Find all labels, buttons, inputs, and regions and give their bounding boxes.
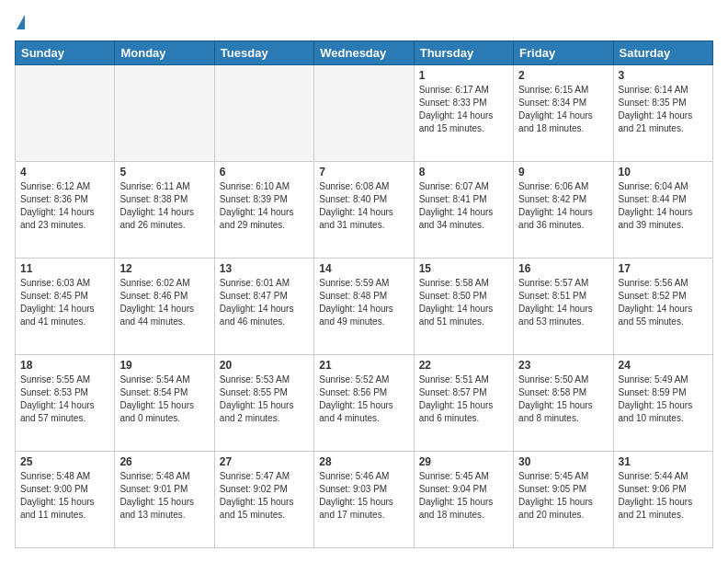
day-info: Sunrise: 5:47 AM Sunset: 9:02 PM Dayligh… xyxy=(220,470,309,522)
day-info: Sunrise: 6:06 AM Sunset: 8:42 PM Dayligh… xyxy=(518,180,608,232)
day-info: Sunrise: 5:55 AM Sunset: 8:53 PM Dayligh… xyxy=(20,373,109,425)
calendar-cell: 2Sunrise: 6:15 AM Sunset: 8:34 PM Daylig… xyxy=(514,65,613,162)
day-info: Sunrise: 5:50 AM Sunset: 8:58 PM Dayligh… xyxy=(518,373,608,425)
day-info: Sunrise: 6:17 AM Sunset: 8:33 PM Dayligh… xyxy=(419,84,508,135)
calendar-cell: 10Sunrise: 6:04 AM Sunset: 8:44 PM Dayli… xyxy=(613,162,712,259)
day-number: 24 xyxy=(619,359,708,372)
day-number: 28 xyxy=(319,455,408,468)
calendar-cell: 7Sunrise: 6:08 AM Sunset: 8:40 PM Daylig… xyxy=(314,162,414,259)
day-info: Sunrise: 5:54 AM Sunset: 8:54 PM Dayligh… xyxy=(119,373,209,425)
calendar-cell: 22Sunrise: 5:51 AM Sunset: 8:57 PM Dayli… xyxy=(414,355,513,452)
day-number: 8 xyxy=(419,166,508,178)
day-info: Sunrise: 6:15 AM Sunset: 8:34 PM Dayligh… xyxy=(518,84,608,135)
calendar-header-row: SundayMondayTuesdayWednesdayThursdayFrid… xyxy=(16,41,713,65)
calendar-cell: 3Sunrise: 6:14 AM Sunset: 8:35 PM Daylig… xyxy=(613,65,712,162)
day-number: 27 xyxy=(220,455,309,468)
day-info: Sunrise: 5:57 AM Sunset: 8:51 PM Dayligh… xyxy=(518,277,608,328)
day-number: 17 xyxy=(619,262,708,275)
day-info: Sunrise: 5:52 AM Sunset: 8:56 PM Dayligh… xyxy=(319,373,408,425)
day-info: Sunrise: 5:59 AM Sunset: 8:48 PM Dayligh… xyxy=(319,277,408,328)
day-info: Sunrise: 6:04 AM Sunset: 8:44 PM Dayligh… xyxy=(619,180,708,232)
day-number: 5 xyxy=(119,166,209,178)
day-number: 26 xyxy=(119,455,209,468)
day-number: 1 xyxy=(419,69,508,82)
day-number: 4 xyxy=(20,166,109,178)
day-number: 10 xyxy=(619,166,708,178)
calendar-cell: 21Sunrise: 5:52 AM Sunset: 8:56 PM Dayli… xyxy=(314,355,414,452)
week-row-4: 18Sunrise: 5:55 AM Sunset: 8:53 PM Dayli… xyxy=(16,355,713,452)
day-header-saturday: Saturday xyxy=(613,41,712,65)
calendar-cell: 30Sunrise: 5:45 AM Sunset: 9:05 PM Dayli… xyxy=(514,452,613,548)
day-info: Sunrise: 6:01 AM Sunset: 8:47 PM Dayligh… xyxy=(220,277,309,328)
day-number: 25 xyxy=(20,455,109,468)
calendar-cell: 12Sunrise: 6:02 AM Sunset: 8:46 PM Dayli… xyxy=(115,259,214,355)
calendar-cell: 20Sunrise: 5:53 AM Sunset: 8:55 PM Dayli… xyxy=(214,355,313,452)
day-info: Sunrise: 6:08 AM Sunset: 8:40 PM Dayligh… xyxy=(319,180,408,232)
calendar-cell: 18Sunrise: 5:55 AM Sunset: 8:53 PM Dayli… xyxy=(16,355,115,452)
day-info: Sunrise: 5:44 AM Sunset: 9:06 PM Dayligh… xyxy=(619,470,708,522)
day-info: Sunrise: 6:12 AM Sunset: 8:36 PM Dayligh… xyxy=(20,180,109,232)
day-number: 19 xyxy=(119,359,209,372)
day-info: Sunrise: 6:11 AM Sunset: 8:38 PM Dayligh… xyxy=(119,180,209,232)
calendar-cell: 26Sunrise: 5:48 AM Sunset: 9:01 PM Dayli… xyxy=(115,452,214,548)
day-number: 23 xyxy=(518,359,608,372)
calendar-cell: 4Sunrise: 6:12 AM Sunset: 8:36 PM Daylig… xyxy=(16,162,115,259)
calendar-cell: 31Sunrise: 5:44 AM Sunset: 9:06 PM Dayli… xyxy=(613,452,712,548)
day-info: Sunrise: 5:45 AM Sunset: 9:04 PM Dayligh… xyxy=(419,470,508,522)
calendar-cell: 23Sunrise: 5:50 AM Sunset: 8:58 PM Dayli… xyxy=(514,355,613,452)
calendar-cell: 28Sunrise: 5:46 AM Sunset: 9:03 PM Dayli… xyxy=(314,452,414,548)
calendar-cell xyxy=(314,65,414,162)
logo xyxy=(15,15,25,31)
calendar-cell: 15Sunrise: 5:58 AM Sunset: 8:50 PM Dayli… xyxy=(414,259,513,355)
calendar-cell xyxy=(214,65,313,162)
day-number: 11 xyxy=(20,262,109,275)
day-number: 22 xyxy=(419,359,508,372)
calendar-cell: 5Sunrise: 6:11 AM Sunset: 8:38 PM Daylig… xyxy=(115,162,214,259)
day-number: 13 xyxy=(220,262,309,275)
day-number: 20 xyxy=(220,359,309,372)
calendar-cell: 8Sunrise: 6:07 AM Sunset: 8:41 PM Daylig… xyxy=(414,162,513,259)
calendar-cell: 19Sunrise: 5:54 AM Sunset: 8:54 PM Dayli… xyxy=(115,355,214,452)
day-info: Sunrise: 6:14 AM Sunset: 8:35 PM Dayligh… xyxy=(619,84,708,135)
calendar-cell: 13Sunrise: 6:01 AM Sunset: 8:47 PM Dayli… xyxy=(214,259,313,355)
day-header-monday: Monday xyxy=(115,41,214,65)
day-number: 21 xyxy=(319,359,408,372)
day-number: 3 xyxy=(619,69,708,82)
calendar-cell: 9Sunrise: 6:06 AM Sunset: 8:42 PM Daylig… xyxy=(514,162,613,259)
day-info: Sunrise: 6:07 AM Sunset: 8:41 PM Dayligh… xyxy=(419,180,508,232)
calendar-cell: 14Sunrise: 5:59 AM Sunset: 8:48 PM Dayli… xyxy=(314,259,414,355)
day-info: Sunrise: 5:45 AM Sunset: 9:05 PM Dayligh… xyxy=(518,470,608,522)
day-number: 9 xyxy=(518,166,608,178)
day-info: Sunrise: 5:56 AM Sunset: 8:52 PM Dayligh… xyxy=(619,277,708,328)
day-info: Sunrise: 6:10 AM Sunset: 8:39 PM Dayligh… xyxy=(220,180,309,232)
day-header-thursday: Thursday xyxy=(414,41,513,65)
day-header-sunday: Sunday xyxy=(16,41,115,65)
day-header-wednesday: Wednesday xyxy=(314,41,414,65)
day-number: 29 xyxy=(419,455,508,468)
calendar-cell: 1Sunrise: 6:17 AM Sunset: 8:33 PM Daylig… xyxy=(414,65,513,162)
week-row-2: 4Sunrise: 6:12 AM Sunset: 8:36 PM Daylig… xyxy=(16,162,713,259)
day-info: Sunrise: 5:46 AM Sunset: 9:03 PM Dayligh… xyxy=(319,470,408,522)
calendar-cell: 6Sunrise: 6:10 AM Sunset: 8:39 PM Daylig… xyxy=(214,162,313,259)
calendar-cell: 11Sunrise: 6:03 AM Sunset: 8:45 PM Dayli… xyxy=(16,259,115,355)
day-info: Sunrise: 5:58 AM Sunset: 8:50 PM Dayligh… xyxy=(419,277,508,328)
day-header-tuesday: Tuesday xyxy=(214,41,313,65)
day-info: Sunrise: 5:51 AM Sunset: 8:57 PM Dayligh… xyxy=(419,373,508,425)
day-number: 15 xyxy=(419,262,508,275)
day-info: Sunrise: 5:49 AM Sunset: 8:59 PM Dayligh… xyxy=(619,373,708,425)
day-number: 12 xyxy=(119,262,209,275)
day-number: 2 xyxy=(518,69,608,82)
calendar-cell: 27Sunrise: 5:47 AM Sunset: 9:02 PM Dayli… xyxy=(214,452,313,548)
day-number: 30 xyxy=(518,455,608,468)
header xyxy=(15,15,713,31)
day-number: 31 xyxy=(619,455,708,468)
week-row-3: 11Sunrise: 6:03 AM Sunset: 8:45 PM Dayli… xyxy=(16,259,713,355)
day-info: Sunrise: 6:02 AM Sunset: 8:46 PM Dayligh… xyxy=(119,277,209,328)
week-row-1: 1Sunrise: 6:17 AM Sunset: 8:33 PM Daylig… xyxy=(16,65,713,162)
calendar-cell xyxy=(16,65,115,162)
calendar-cell xyxy=(115,65,214,162)
day-number: 14 xyxy=(319,262,408,275)
logo-triangle-icon xyxy=(17,15,25,29)
calendar-cell: 29Sunrise: 5:45 AM Sunset: 9:04 PM Dayli… xyxy=(414,452,513,548)
day-number: 6 xyxy=(220,166,309,178)
